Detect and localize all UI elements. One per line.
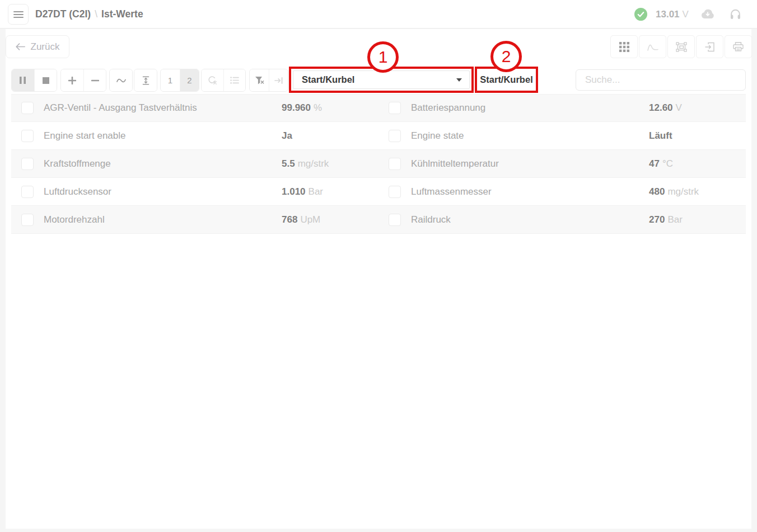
hamburger-icon [13, 11, 24, 18]
row-checkbox[interactable] [389, 102, 401, 114]
live-values-table: AGR-Ventil - Ausgang Tastverhältnis 99.9… [11, 94, 746, 234]
breadcrumb: D27DT (C2I) \ Ist-Werte [35, 0, 143, 29]
param-unit: UpM [300, 214, 320, 225]
chart-view-button[interactable] [639, 35, 666, 58]
table-row: Kraftstoffmenge 5.5mg/strk Kühlmitteltem… [11, 150, 746, 178]
param-value: 480 [649, 186, 665, 197]
headset-icon[interactable] [730, 8, 741, 20]
param-unit: mg/strk [667, 186, 699, 197]
cloud-download-icon[interactable] [700, 9, 716, 20]
param-cell: Kraftstoffmenge 5.5mg/strk [11, 150, 378, 177]
row-checkbox[interactable] [21, 102, 34, 114]
go-to-end-button[interactable] [269, 69, 288, 91]
zoom-group [60, 69, 106, 92]
row-checkbox[interactable] [21, 186, 34, 198]
clear-graph-button[interactable] [202, 69, 223, 91]
param-value: 270 [649, 214, 665, 225]
table-row: Motordrehzahl 768UpM Raildruck 270Bar [11, 206, 746, 234]
view-toolbar [610, 35, 752, 58]
smooth-curve-button[interactable] [110, 69, 132, 91]
param-label: Engine state [411, 130, 464, 142]
plus-icon [68, 77, 76, 84]
breadcrumb-ecu: D27DT (C2I) [35, 8, 91, 20]
group-select-value: Start/Kurbel [302, 74, 354, 85]
select-area-icon [676, 42, 687, 52]
row-checkbox[interactable] [21, 158, 34, 170]
row-checkbox[interactable] [389, 214, 401, 226]
param-value: Ja [282, 130, 292, 141]
table-row: Luftdrucksensor 1.010Bar Luftmassenmesse… [11, 178, 746, 206]
fit-height-button[interactable] [134, 69, 157, 91]
clear-list-group [201, 69, 246, 92]
print-button[interactable] [725, 35, 752, 58]
arrow-left-icon [16, 43, 25, 50]
back-button[interactable]: Zurück [6, 35, 69, 58]
param-value: 99.960 [282, 102, 311, 113]
wave-icon [116, 78, 126, 83]
param-unit: V [676, 102, 682, 113]
row-checkbox[interactable] [21, 130, 34, 142]
grid-view-icon [619, 42, 629, 52]
chevron-down-icon [456, 78, 462, 82]
select-area-button[interactable] [667, 35, 695, 58]
row-checkbox[interactable] [389, 186, 401, 198]
param-value: Läuft [649, 130, 672, 141]
annotation-badge-1-number: 1 [378, 48, 388, 67]
list-icon-button[interactable] [223, 69, 245, 91]
list-icon [230, 77, 239, 84]
top-bar: D27DT (C2I) \ Ist-Werte 13.01 V [0, 0, 757, 29]
zoom-out-button[interactable] [83, 69, 106, 91]
stop-button[interactable] [34, 69, 57, 91]
param-label: Kraftstoffmenge [44, 158, 111, 170]
param-cell: Engine state Läuft [378, 122, 746, 149]
param-value: 12.60 [649, 102, 673, 113]
clear-icon [208, 76, 217, 85]
battery-voltage-indicator: 13.01 V [656, 0, 689, 29]
param-cell: Engine start enable Ja [11, 122, 378, 149]
filter-remove-icon [255, 76, 264, 85]
param-label: Batteriespannung [411, 102, 485, 114]
voltage-unit: V [683, 9, 689, 20]
pause-button[interactable] [12, 69, 34, 91]
smooth-group [109, 69, 133, 92]
param-cell: Raildruck 270Bar [378, 206, 746, 233]
row-checkbox[interactable] [389, 158, 401, 170]
selected-group-label: Start/Kurbel [480, 74, 532, 85]
grid-view-button[interactable] [610, 35, 638, 58]
back-button-label: Zurück [31, 41, 60, 53]
stop-icon [43, 77, 49, 84]
annotation-badge-2: 2 [490, 41, 522, 72]
param-cell: Kühlmitteltemperatur 47°C [378, 150, 746, 177]
filter-group [249, 69, 288, 92]
param-unit: Bar [309, 186, 323, 197]
annotation-badge-2-number: 2 [502, 47, 511, 66]
param-cell: Luftdrucksensor 1.010Bar [11, 178, 378, 205]
minus-icon [91, 79, 99, 82]
chart-view-icon [647, 43, 658, 51]
row-checkbox[interactable] [21, 214, 34, 226]
zoom-in-button[interactable] [61, 69, 83, 91]
page-2-button[interactable]: 2 [180, 69, 199, 91]
group-select-dropdown[interactable]: Start/Kurbel [293, 70, 470, 89]
param-unit: % [314, 102, 322, 113]
export-button[interactable] [696, 35, 723, 58]
fit-group [134, 69, 157, 92]
param-value: 1.010 [282, 186, 306, 197]
connection-check-icon [634, 8, 647, 21]
search-input[interactable] [576, 69, 746, 91]
page-1-button[interactable]: 1 [161, 69, 180, 91]
table-row: AGR-Ventil - Ausgang Tastverhältnis 99.9… [11, 94, 746, 122]
param-value: 768 [282, 214, 297, 225]
param-label: Luftmassenmesser [411, 186, 492, 197]
row-checkbox[interactable] [389, 130, 401, 142]
param-value: 5.5 [282, 158, 295, 169]
param-label: Kühlmitteltemperatur [411, 158, 499, 170]
remove-filter-button[interactable] [250, 69, 269, 91]
page-group: 1 2 [160, 69, 199, 92]
hamburger-menu-button[interactable] [8, 4, 29, 25]
arrow-to-end-icon [274, 77, 283, 84]
param-cell: Luftmassenmesser 480mg/strk [378, 178, 746, 205]
param-value: 47 [649, 158, 660, 169]
param-unit: °C [662, 158, 673, 169]
playback-group [11, 69, 57, 92]
